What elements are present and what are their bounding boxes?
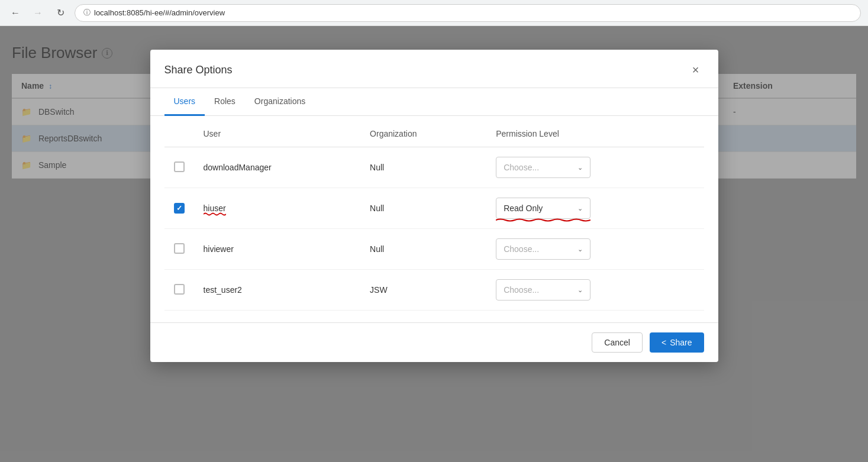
permission-dropdown[interactable]: Choose... ⌄ <box>496 157 591 178</box>
user-checkbox[interactable] <box>174 161 185 172</box>
red-squiggly-user <box>204 212 226 217</box>
red-squiggly-permission <box>496 218 591 222</box>
user-row: hiuser Null Read Only <box>164 188 704 229</box>
col-organization: Organization <box>360 121 486 147</box>
users-table: User Organization Permission Level downl… <box>164 121 704 311</box>
page-background: File Browser ℹ Name ↕ Path Last Modified… <box>0 26 868 462</box>
user-org-cell: Null <box>360 188 486 229</box>
forward-button[interactable]: → <box>30 5 46 21</box>
user-checkbox-cell <box>164 229 194 270</box>
share-options-modal: Share Options × Users Roles Organization… <box>150 50 718 362</box>
permission-dropdown[interactable]: Choose... ⌄ <box>496 238 591 260</box>
user-name-cell: hiuser <box>194 188 361 229</box>
chevron-down-icon: ⌄ <box>577 164 583 172</box>
user-checkbox[interactable] <box>174 284 185 295</box>
user-org-cell: Null <box>360 147 486 188</box>
url-text: localhost:8085/hi-ee/#/admin/overview <box>94 8 225 17</box>
user-org-cell: Null <box>360 229 486 270</box>
tab-organizations[interactable]: Organizations <box>245 88 315 116</box>
user-permission-cell: Choose... ⌄ <box>486 229 704 270</box>
user-permission-cell: Read Only ⌄ <box>486 188 704 229</box>
chevron-down-icon: ⌄ <box>577 205 583 212</box>
share-button[interactable]: < Share <box>650 332 704 353</box>
back-button[interactable]: ← <box>7 5 24 21</box>
chevron-down-icon: ⌄ <box>577 286 583 294</box>
modal-overlay: Share Options × Users Roles Organization… <box>0 26 868 462</box>
address-bar[interactable]: ⓘ localhost:8085/hi-ee/#/admin/overview <box>75 4 861 22</box>
modal-footer: Cancel < Share <box>150 322 718 362</box>
user-name-cell: test_user2 <box>194 270 361 311</box>
user-checkbox-cell <box>164 270 194 311</box>
user-checkbox-cell <box>164 188 194 229</box>
user-org-cell: JSW <box>360 270 486 311</box>
user-name-cell: hiviewer <box>194 229 361 270</box>
user-name-cell: downloadManager <box>194 147 361 188</box>
modal-body: User Organization Permission Level downl… <box>150 121 718 322</box>
cancel-button[interactable]: Cancel <box>592 332 643 353</box>
tab-users[interactable]: Users <box>164 88 205 116</box>
user-checkbox[interactable] <box>174 203 185 214</box>
chevron-down-icon: ⌄ <box>577 245 583 253</box>
user-permission-cell: Choose... ⌄ <box>486 147 704 188</box>
permission-dropdown[interactable]: Choose... ⌄ <box>496 279 591 301</box>
modal-header: Share Options × <box>150 50 718 88</box>
modal-title: Share Options <box>164 64 233 76</box>
user-row: hiviewer Null Choose... ⌄ <box>164 229 704 270</box>
reload-button[interactable]: ↻ <box>52 5 69 21</box>
user-permission-cell: Choose... ⌄ <box>486 270 704 311</box>
user-checkbox[interactable] <box>174 243 185 254</box>
col-checkbox <box>164 121 194 147</box>
col-permission-level: Permission Level <box>486 121 704 147</box>
share-icon: < <box>662 338 666 347</box>
tab-roles[interactable]: Roles <box>205 88 245 116</box>
modal-close-button[interactable]: × <box>688 62 704 78</box>
user-checkbox-cell <box>164 147 194 188</box>
browser-chrome: ← → ↻ ⓘ localhost:8085/hi-ee/#/admin/ove… <box>0 0 868 26</box>
modal-tabs: Users Roles Organizations <box>150 88 718 116</box>
user-row: downloadManager Null Choose... ⌄ <box>164 147 704 188</box>
security-icon: ⓘ <box>83 8 91 18</box>
col-user: User <box>194 121 361 147</box>
user-row: test_user2 JSW Choose... ⌄ <box>164 270 704 311</box>
permission-dropdown[interactable]: Read Only ⌄ <box>496 198 591 219</box>
